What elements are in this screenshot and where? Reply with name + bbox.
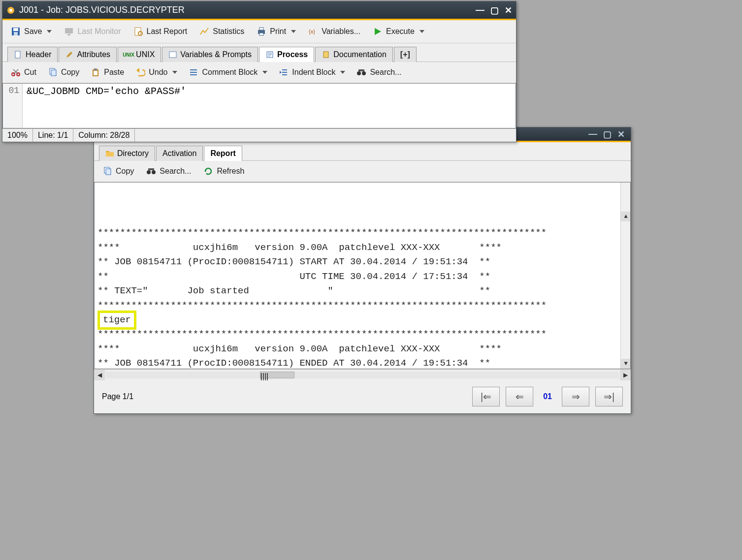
edit-toolbar: Cut Copy Paste Undo Comment Block (2, 62, 516, 83)
search-button[interactable]: Search... (354, 66, 403, 79)
chevron-down-icon (172, 71, 177, 74)
svg-rect-9 (14, 32, 18, 35)
last-report-button[interactable]: Last Report (131, 25, 190, 38)
maximize-icon[interactable]: ▢ (490, 5, 499, 16)
scroll-down-icon[interactable]: ▼ (621, 359, 631, 369)
minimize-icon[interactable]: — (476, 5, 484, 16)
last-monitor-label: Last Monitor (77, 27, 121, 36)
cut-button[interactable]: Cut (8, 66, 38, 79)
last-monitor-button: Last Monitor (62, 25, 123, 38)
scissors-icon (10, 67, 21, 78)
vertical-scrollbar[interactable]: ▲ ▼ (620, 183, 630, 369)
svg-text:{x}: {x} (309, 29, 315, 34)
window1-titlebar[interactable]: J001 - Job: JOBS.VICIOUS.DECRYPTER — ▢ ✕ (2, 1, 516, 20)
scroll-up-icon[interactable]: ▲ (621, 212, 631, 221)
window-title: J001 - Job: JOBS.VICIOUS.DECRYPTER (19, 5, 472, 15)
tab-report[interactable]: Report (204, 146, 242, 161)
tab-directory-label: Directory (117, 149, 149, 158)
tab-attributes[interactable]: Attributes (59, 47, 117, 62)
last-page-button[interactable]: ⇒| (595, 387, 623, 406)
tab-add-label: [+] (400, 50, 410, 59)
chevron-down-icon (291, 30, 296, 33)
svg-rect-10 (65, 28, 73, 33)
tab-documentation[interactable]: Documentation (315, 47, 393, 62)
indent-block-button[interactable]: Indent Block (276, 66, 347, 79)
save-button[interactable]: Save (8, 25, 54, 38)
print-label: Print (270, 27, 286, 36)
tab-report-label: Report (210, 149, 236, 158)
undo-button[interactable]: Undo (133, 66, 179, 79)
document-icon (14, 50, 23, 59)
close-icon[interactable]: ✕ (617, 129, 625, 140)
next-page-button[interactable]: ⇒ (562, 387, 589, 406)
report-window: — ▢ ✕ Directory Activation Report Copy (94, 127, 631, 414)
monitor-icon (64, 26, 74, 37)
svg-rect-25 (51, 70, 56, 76)
refresh-button[interactable]: Refresh (201, 165, 246, 178)
variables-button[interactable]: {x} Variables... (306, 25, 362, 38)
svg-rect-15 (259, 28, 263, 30)
gutter-line-number: 01 (6, 86, 19, 95)
report-line: tiger (97, 313, 627, 327)
svg-rect-31 (358, 69, 364, 71)
tab-add[interactable]: [+] (394, 47, 417, 62)
close-icon[interactable]: ✕ (505, 5, 512, 16)
horizontal-scrollbar[interactable]: ◀ |||| ▶ (94, 369, 631, 380)
zoom-indicator[interactable]: 100% (2, 129, 33, 142)
first-page-button[interactable]: |⇐ (472, 387, 500, 406)
pencil-icon (65, 50, 74, 59)
print-icon (256, 26, 267, 37)
svg-rect-28 (94, 71, 97, 75)
tab-header[interactable]: Header (7, 47, 58, 62)
svg-point-2 (147, 170, 151, 174)
variables-icon: {x} (308, 26, 319, 37)
current-page-number: 01 (539, 392, 556, 401)
tab-process[interactable]: Process (259, 47, 314, 62)
indent-label: Indent Block (292, 68, 335, 77)
status-bar: 100% Line: 1/1 Column: 28/28 (2, 128, 516, 142)
tab-documentation-label: Documentation (333, 50, 387, 59)
scroll-right-icon[interactable]: ▶ (620, 370, 631, 380)
undo-icon (135, 67, 146, 78)
report-line: ** UTC TIME 30.04.2014 / 17:51:34 ** (97, 270, 627, 284)
scroll-track[interactable]: |||| (106, 372, 619, 378)
svg-rect-1 (106, 169, 111, 175)
chevron-down-icon (47, 30, 52, 33)
minimize-icon[interactable]: — (588, 129, 597, 139)
scroll-left-icon[interactable]: ◀ (94, 370, 105, 380)
execute-button[interactable]: Execute (370, 25, 426, 38)
play-icon (372, 26, 383, 37)
binoculars-icon (356, 67, 367, 78)
cut-label: Cut (24, 68, 36, 77)
tab-unix[interactable]: UNIX UNIX (118, 47, 161, 62)
code-editor[interactable]: 01 &UC_JOBMD CMD='echo &PASS#' (2, 83, 516, 128)
copy-button[interactable]: Copy (45, 66, 81, 79)
scroll-thumb[interactable]: |||| (260, 372, 294, 378)
tab-activation[interactable]: Activation (156, 146, 203, 161)
search-label: Search... (160, 167, 191, 176)
copy-icon (102, 166, 113, 177)
gear-icon (6, 6, 15, 15)
comment-block-button[interactable]: Comment Block (186, 66, 269, 79)
maximize-icon[interactable]: ▢ (603, 129, 612, 140)
svg-point-3 (152, 170, 156, 174)
search-button[interactable]: Search... (144, 165, 193, 178)
svg-point-29 (357, 71, 361, 75)
tab-vars-prompts[interactable]: Variables & Prompts (162, 47, 258, 62)
copy-button[interactable]: Copy (100, 165, 136, 178)
chevron-down-icon (419, 30, 424, 33)
last-report-label: Last Report (147, 27, 188, 36)
tab-directory[interactable]: Directory (99, 146, 155, 161)
statistics-button[interactable]: Statistics (197, 25, 246, 38)
column-indicator: Column: 28/28 (73, 129, 135, 142)
print-button[interactable]: Print (254, 25, 298, 38)
paste-button[interactable]: Paste (88, 66, 126, 79)
report-line: ****************************************… (97, 226, 627, 240)
book-icon (322, 50, 330, 59)
refresh-icon (203, 166, 214, 177)
svg-rect-21 (323, 52, 328, 58)
code-area[interactable]: &UC_JOBMD CMD='echo &PASS#' (23, 84, 516, 128)
chevron-down-icon (262, 71, 267, 74)
job-editor-window: J001 - Job: JOBS.VICIOUS.DECRYPTER — ▢ ✕… (2, 1, 516, 142)
prev-page-button[interactable]: ⇐ (506, 387, 533, 406)
